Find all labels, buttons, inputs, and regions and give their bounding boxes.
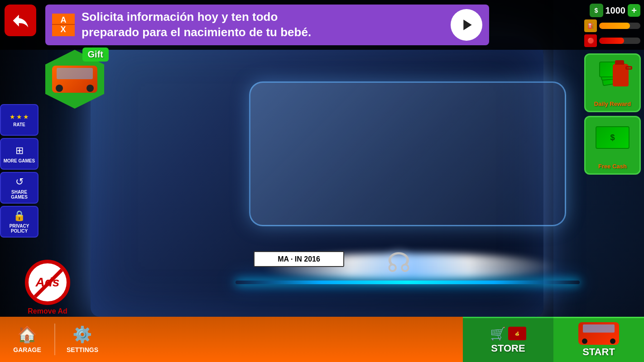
add-currency-button[interactable]: + bbox=[628, 4, 640, 17]
gift-bus-image bbox=[52, 66, 97, 93]
right-panel: Daily Reward Free Cash bbox=[581, 50, 644, 178]
health-icon: 🔴 bbox=[584, 34, 597, 47]
privacy-label: PRIVACY POLICY bbox=[3, 224, 35, 233]
start-bus-window bbox=[583, 324, 615, 333]
health-bar-background bbox=[599, 38, 640, 44]
arrow-right-icon bbox=[457, 16, 476, 34]
top-right-panel: $ 1000 + ⛽ 🔴 bbox=[581, 0, 644, 51]
star-2: ★ bbox=[16, 113, 22, 120]
star-3: ★ bbox=[23, 113, 29, 120]
remove-ad-label: Remove Ad bbox=[28, 307, 67, 315]
free-cash-button[interactable]: Free Cash bbox=[584, 116, 641, 175]
mercedes-star-icon: ☊ bbox=[380, 244, 417, 281]
settings-icon: ⚙️ bbox=[72, 325, 92, 344]
privacy-icon: 🔒 bbox=[13, 210, 25, 222]
settings-button[interactable]: ⚙️ SETTINGS bbox=[55, 317, 110, 362]
fuel-bar-fill bbox=[599, 23, 630, 29]
currency-value: 1000 bbox=[606, 5, 626, 16]
garage-label: GARAGE bbox=[13, 346, 41, 353]
currency-row: $ 1000 + bbox=[584, 4, 640, 17]
share-games-button[interactable]: ↺ SHARE GAMES bbox=[0, 172, 38, 204]
more-games-label: MORE GAMES bbox=[4, 158, 35, 163]
more-games-icon: ⊞ bbox=[15, 145, 24, 157]
fuel-can-top bbox=[615, 60, 624, 65]
fuel-bar-background bbox=[599, 23, 640, 29]
star-1: ★ bbox=[10, 113, 15, 120]
bus-silhouette: ☊ bbox=[91, 36, 543, 317]
stars-row: ★ ★ ★ bbox=[10, 113, 29, 120]
fuel-can-icon bbox=[613, 64, 629, 86]
bus-windshield bbox=[249, 81, 566, 226]
start-button[interactable]: START bbox=[553, 317, 644, 362]
gift-container[interactable]: Gift bbox=[45, 50, 104, 109]
cash-layer-top bbox=[596, 126, 630, 149]
ad-icon: AX bbox=[52, 14, 75, 36]
bus-mini-window bbox=[57, 68, 93, 79]
share-icon: ↺ bbox=[15, 176, 24, 188]
cash-pile-icon bbox=[592, 119, 633, 156]
start-bus-icon bbox=[578, 322, 619, 345]
bus-neon-strip bbox=[235, 281, 580, 284]
daily-reward-button[interactable]: Daily Reward bbox=[584, 53, 641, 112]
daily-reward-label: Daily Reward bbox=[594, 100, 631, 107]
health-bar-row: 🔴 bbox=[584, 34, 640, 47]
gift-label[interactable]: Gift bbox=[82, 48, 109, 62]
fuel-can-handle bbox=[625, 66, 632, 70]
ad-text-line1: Solicita información hoy y ten todo bbox=[82, 10, 444, 25]
privacy-policy-button[interactable]: 🔒 PRIVACY POLICY bbox=[0, 206, 38, 238]
exit-icon bbox=[10, 10, 31, 31]
rate-label: RATE bbox=[13, 122, 25, 127]
store-start-area: 🛒 💰 STORE START bbox=[463, 317, 644, 362]
health-bar-fill bbox=[599, 38, 624, 44]
no-ads-circle: Ads bbox=[25, 260, 70, 305]
ad-text: Solicita información hoy y ten todo prep… bbox=[82, 10, 444, 40]
start-bus-wheel-right bbox=[610, 338, 615, 344]
start-label: START bbox=[582, 346, 615, 358]
share-games-label: SHARE GAMES bbox=[3, 190, 35, 200]
cart-icon: 🛒 bbox=[490, 326, 506, 341]
store-button[interactable]: 🛒 💰 STORE bbox=[463, 317, 553, 362]
store-icon-area: 🛒 💰 bbox=[490, 326, 526, 341]
garage-icon: 🏠 bbox=[17, 325, 37, 344]
more-games-button[interactable]: ⊞ MORE GAMES bbox=[0, 138, 38, 170]
currency-icon: $ bbox=[590, 4, 603, 17]
cash-stack-icon bbox=[597, 59, 629, 91]
exit-button[interactable] bbox=[5, 5, 36, 36]
bottom-bar: 🏠 GARAGE ⚙️ SETTINGS 🛒 💰 STORE START bbox=[0, 317, 644, 362]
settings-label: SETTINGS bbox=[67, 346, 98, 353]
fuel-icon: ⛽ bbox=[584, 19, 597, 32]
ad-banner[interactable]: AX Solicita información hoy y ten todo p… bbox=[45, 5, 489, 45]
ad-arrow-button[interactable] bbox=[451, 9, 482, 41]
top-bar: AX Solicita información hoy y ten todo p… bbox=[0, 0, 644, 50]
left-sidebar: ★ ★ ★ RATE ⊞ MORE GAMES ↺ SHARE GAMES 🔒 … bbox=[0, 104, 41, 238]
ad-text-line2: preparado para el nacimiento de tu bebé. bbox=[82, 25, 444, 40]
gift-hexagon[interactable]: Gift bbox=[45, 50, 104, 109]
garage-button[interactable]: 🏠 GARAGE bbox=[0, 317, 54, 362]
rate-button[interactable]: ★ ★ ★ RATE bbox=[0, 104, 38, 136]
bus-license-plate: MA · IN 2016 bbox=[254, 251, 344, 267]
store-label: STORE bbox=[491, 343, 525, 354]
bus-mini-wheel-right bbox=[87, 85, 94, 92]
daily-reward-icon-area bbox=[595, 57, 631, 93]
bus-mini-wheel-left bbox=[56, 85, 63, 92]
free-cash-label: Free Cash bbox=[598, 163, 627, 170]
fuel-bar-row: ⛽ bbox=[584, 19, 640, 32]
remove-ad-button[interactable]: Ads Remove Ad bbox=[18, 258, 77, 317]
start-bus-wheel-left bbox=[582, 338, 587, 344]
store-cash-icon: 💰 bbox=[508, 327, 526, 340]
